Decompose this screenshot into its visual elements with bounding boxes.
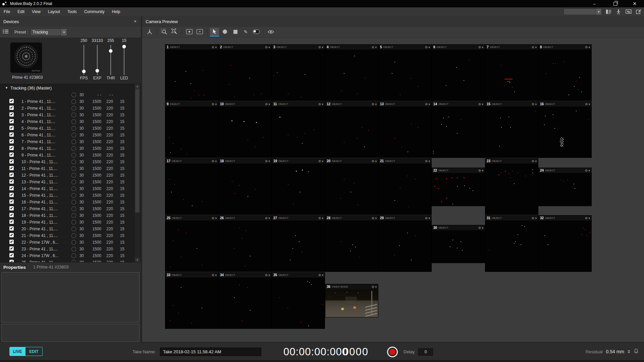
thr-slider-handle[interactable] [109,49,113,53]
menu-item-community[interactable]: Community [80,7,108,16]
device-row-14[interactable]: ✔14 - Prime 41 , 11....30150022015 [0,185,135,192]
camera-settings-gear-icon[interactable]: ⚙ ▾ [425,103,430,106]
camera-cell-15[interactable]: 15OBJECT⚙ ▾ [485,102,538,158]
camera-settings-gear-icon[interactable]: ⚙ ▾ [318,103,323,106]
device-checkbox[interactable]: ✔ [9,99,14,103]
device-checkbox[interactable]: ✔ [9,199,14,204]
exp-slider-handle[interactable] [96,69,99,73]
camera-cell-18[interactable]: 18OBJECT⚙ ▾ [219,159,271,215]
camera-cell-12[interactable]: 12OBJECT⚙ ▾ [325,102,378,158]
camera-settings-gear-icon[interactable]: ⚙ ▾ [425,217,430,220]
scroll-down-icon[interactable]: ▼ [135,258,140,262]
camera-cell-34[interactable]: 34OBJECT⚙ ▾ [219,273,271,328]
camera-settings-gear-icon[interactable]: ⚙ ▾ [425,46,430,49]
device-checkbox[interactable]: ✔ [9,106,14,110]
camera-settings-gear-icon[interactable]: ⚙ ▾ [212,46,217,49]
camera-settings-gear-icon[interactable]: ⚙ ▾ [265,103,270,106]
camera-cell-32[interactable]: 32OBJECT⚙ ▾ [539,216,591,272]
camera-settings-gear-icon[interactable]: ⚙ ▾ [318,160,323,163]
zoom-region-tool-icon[interactable] [160,28,169,37]
device-group-row[interactable]: ▼ Tracking (36) (Master) [0,85,135,92]
camera-cell-10[interactable]: 10OBJECT⚙ ▾ [219,102,271,158]
device-list-menu-icon[interactable] [3,29,9,35]
camera-settings-gear-icon[interactable]: ⚙ ▾ [372,103,377,106]
camera-settings-gear-icon[interactable]: ⚙ ▾ [212,274,217,277]
no-marker-view-tool-icon[interactable]: ✕ [195,28,204,37]
device-row-15[interactable]: ✔15 - Prime 41 , 11....30150022015 [0,192,135,198]
device-row-18[interactable]: ✔18 - Prime 41 , 11....30150022015 [0,212,135,219]
take-name-input[interactable]: Take 2018-02-15 11.58.42 AM [160,348,261,356]
camera-settings-gear-icon[interactable]: ⚙ ▾ [212,160,217,163]
layout-list-icon[interactable] [605,9,612,15]
device-checkbox[interactable]: ✔ [9,179,14,184]
camera-settings-gear-icon[interactable]: ⚙ ▾ [265,274,270,277]
camera-settings-gear-icon[interactable]: ⚙ ▾ [585,46,590,49]
draw-mask-tool-icon[interactable]: ✎ [241,28,250,37]
camera-settings-gear-icon[interactable]: ⚙ ▾ [585,217,590,220]
device-checkbox[interactable]: ✔ [9,112,14,117]
device-row-17[interactable]: ✔17 - Prime 41 , 11....30150022015 [0,205,135,212]
camera-settings-gear-icon[interactable]: ⚙ ▾ [478,103,483,106]
device-list-scrollbar[interactable]: ▲ ▼ [135,84,140,262]
close-button[interactable]: ✕ [628,0,641,7]
menu-item-layout[interactable]: Layout [44,7,64,16]
device-checkbox[interactable]: ✔ [9,193,14,197]
camera-settings-gear-icon[interactable]: ⚙ ▾ [318,217,323,220]
camera-cell-1[interactable]: 1OBJECT⚙ ▾ [165,45,218,101]
camera-settings-gear-icon[interactable]: ⚙ ▾ [532,217,537,220]
device-row-4[interactable]: ✔4 - Prime 41 , 11....30150022015 [0,118,135,125]
device-checkbox[interactable]: ✔ [9,233,14,237]
camera-settings-gear-icon[interactable]: ⚙ ▾ [585,103,590,106]
camera-cell-2[interactable]: 2OBJECT⚙ ▾ [219,45,271,101]
menu-item-edit[interactable]: Edit [14,7,28,16]
camera-settings-gear-icon[interactable]: ⚙ ▾ [372,285,377,289]
camera-cell-21[interactable]: 21OBJECT⚙ ▾ [379,159,431,215]
camera-cell-26[interactable]: 26OBJECT⚙ ▾ [219,216,271,272]
scroll-up-icon[interactable]: ▲ [135,84,140,89]
camera-cell-30[interactable]: 30OBJECT⚙ ▾ [432,225,485,263]
delay-input[interactable]: 0 [418,348,433,356]
device-checkbox[interactable]: ✔ [9,213,14,217]
device-checkbox[interactable]: ✔ [9,126,14,130]
led-slider-track[interactable] [124,45,124,75]
menu-item-view[interactable]: View [28,7,44,16]
device-checkbox[interactable]: ✔ [9,206,14,210]
device-row-7[interactable]: ✔7 - Prime 41 , 11....30150022015 [0,138,135,145]
preset-dropdown[interactable]: Tracking ▼ [30,28,67,36]
camera-cell-9[interactable]: 9OBJECT⚙ ▾ [165,102,218,158]
menu-item-tools[interactable]: Tools [64,7,80,16]
device-row-20[interactable]: ✔20 - Prime 41 , 11....30150022015 [0,225,135,232]
edit-button[interactable]: EDIT [25,347,42,356]
chevron-down-icon[interactable]: ▼ [596,9,601,15]
skeleton-view-icon[interactable] [615,9,622,15]
camera-settings-gear-icon[interactable]: ⚙ ▾ [532,103,537,106]
device-checkbox[interactable]: ✔ [9,246,14,251]
scrollbar-thumb[interactable] [135,89,140,213]
camera-cell-17[interactable]: 17OBJECT⚙ ▾ [165,159,218,215]
device-checkbox[interactable]: ✔ [9,146,14,150]
led-slider-handle[interactable] [122,45,126,49]
camera-cell-13[interactable]: 13OBJECT⚙ ▾ [379,102,431,158]
camera-settings-gear-icon[interactable]: ⚙ ▾ [585,169,590,172]
camera-cell-19[interactable]: 19OBJECT⚙ ▾ [272,159,325,215]
camera-cell-35[interactable]: 35OBJECT⚙ ▾ [272,273,325,328]
tripod-tool-icon[interactable] [145,28,154,37]
camera-cell-3[interactable]: 3OBJECT⚙ ▾ [272,45,325,101]
camera-cell-8[interactable]: 8OBJECT⚙ ▾ [539,45,591,101]
device-row-23[interactable]: ✔23 - Prime 41 , 11....30150022015 [0,245,135,252]
device-checkbox[interactable]: ✔ [9,220,14,224]
camera-cell-22[interactable]: 22OBJECT⚙ ▾ [432,168,485,206]
device-checkbox[interactable]: ✔ [9,159,14,164]
devices-close-icon[interactable]: × [133,19,138,24]
device-checkbox[interactable]: ✔ [9,253,14,257]
camera-cell-16[interactable]: 16OBJECT⚙ ▾ [539,102,591,158]
camera-settings-gear-icon[interactable]: ⚙ ▾ [372,46,377,49]
device-row-13[interactable]: ✔13 - Prime 41 , 11....30150022015 [0,178,135,185]
record-button[interactable] [387,347,398,357]
camera-cell-23[interactable]: 23OBJECT⚙ ▾ [485,159,538,215]
device-checkbox[interactable]: ✔ [9,173,14,177]
toggle-mask-tool-icon[interactable] [252,28,261,37]
camera-settings-gear-icon[interactable]: ⚙ ▾ [372,217,377,220]
device-row-24[interactable]: ✔24 - Prime 17W , 6...30150022015 [0,252,135,259]
device-row-8[interactable]: ✔8 - Prime 41 , 11....30150022015 [0,145,135,152]
